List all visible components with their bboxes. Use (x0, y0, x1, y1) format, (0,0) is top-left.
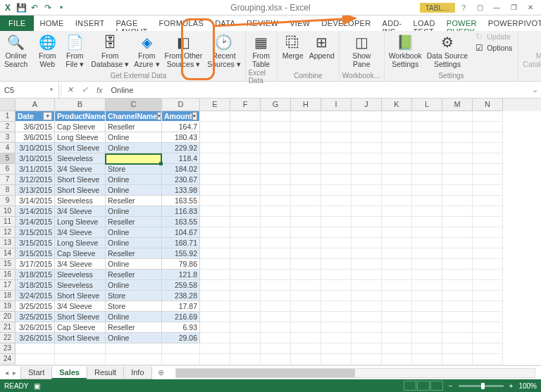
cell[interactable]: 229.92 (162, 143, 200, 153)
cell[interactable] (261, 270, 291, 280)
cell[interactable] (291, 143, 321, 153)
row-header[interactable]: 6 (0, 164, 15, 175)
cell[interactable] (412, 301, 442, 312)
cell[interactable] (261, 291, 291, 301)
table-header-cell[interactable]: Date▾ (15, 111, 55, 122)
minimize-button[interactable]: — (489, 3, 504, 13)
cell[interactable]: 3/10/2015 (15, 143, 55, 153)
cell[interactable] (382, 280, 412, 291)
cell[interactable] (442, 312, 473, 322)
cell[interactable] (230, 175, 261, 185)
ribbon-options-icon[interactable]: ▢ (472, 3, 487, 13)
cell[interactable] (230, 153, 261, 164)
cell[interactable]: 3/24/2015 (15, 291, 55, 301)
cell[interactable] (230, 217, 261, 227)
cell[interactable] (291, 291, 321, 301)
row-header[interactable]: 23 (0, 343, 15, 354)
cell[interactable] (230, 343, 261, 354)
cell[interactable] (442, 238, 473, 248)
cell[interactable] (442, 206, 473, 217)
cell[interactable]: Sleeveless (55, 270, 106, 280)
cell[interactable] (230, 248, 261, 259)
row-header[interactable]: 19 (0, 301, 15, 312)
cell[interactable] (352, 333, 382, 343)
cell[interactable] (412, 132, 442, 143)
cell[interactable]: Long Sleeve (55, 217, 106, 227)
workbook-settings-button[interactable]: 📗Workbook Settings (387, 32, 423, 69)
cell[interactable] (352, 238, 382, 248)
ribbon-tab-view[interactable]: VIEW (284, 15, 316, 31)
cell[interactable] (473, 153, 503, 164)
cell[interactable] (352, 322, 382, 333)
row-header[interactable]: 1 (0, 111, 15, 122)
cell[interactable] (230, 185, 261, 196)
sheet-nav-prev-icon[interactable]: ▸ (11, 369, 18, 377)
cell[interactable] (261, 153, 291, 164)
cell[interactable]: 133.98 (162, 185, 200, 196)
cell[interactable] (412, 175, 442, 185)
cell[interactable] (412, 227, 442, 238)
cell[interactable]: Online (106, 227, 162, 238)
cell[interactable] (321, 259, 352, 270)
cell[interactable] (200, 206, 230, 217)
cell[interactable] (200, 354, 230, 365)
sheet-tab[interactable]: Start (20, 367, 52, 379)
cell[interactable]: 3/18/2015 (15, 270, 55, 280)
cell[interactable] (382, 143, 412, 153)
cell[interactable] (230, 280, 261, 291)
cell[interactable] (412, 270, 442, 280)
cell[interactable] (473, 132, 503, 143)
cell[interactable] (200, 322, 230, 333)
cell[interactable] (291, 196, 321, 206)
cell[interactable] (412, 164, 442, 175)
sheet-tab[interactable]: Info (123, 367, 151, 379)
cell[interactable]: 3/14/2015 (15, 217, 55, 227)
cell[interactable] (291, 248, 321, 259)
cell[interactable] (442, 175, 473, 185)
cell[interactable] (321, 196, 352, 206)
cell[interactable] (412, 111, 442, 122)
cell[interactable] (382, 354, 412, 365)
cell[interactable] (106, 354, 162, 365)
cell[interactable] (352, 291, 382, 301)
row-header[interactable]: 18 (0, 291, 15, 301)
cell[interactable] (473, 301, 503, 312)
cell[interactable] (352, 122, 382, 132)
cell[interactable]: 116.83 (162, 206, 200, 217)
cell[interactable] (261, 143, 291, 153)
cell[interactable] (291, 206, 321, 217)
cell[interactable] (200, 248, 230, 259)
cell[interactable] (352, 354, 382, 365)
row-header[interactable]: 2 (0, 122, 15, 132)
cell[interactable]: 3/13/2015 (15, 185, 55, 196)
cell[interactable] (200, 175, 230, 185)
cell[interactable]: Online (106, 185, 162, 196)
cell[interactable] (473, 259, 503, 270)
cell[interactable] (200, 333, 230, 343)
row-header[interactable]: 14 (0, 248, 15, 259)
online-search-button[interactable]: 🔍Online Search (3, 32, 29, 69)
cell[interactable] (412, 333, 442, 343)
cell[interactable] (442, 248, 473, 259)
cell[interactable] (200, 238, 230, 248)
cell[interactable]: 3/15/2015 (15, 238, 55, 248)
horizontal-scrollbar[interactable] (175, 368, 535, 378)
ribbon-tab-data[interactable]: DATA (209, 15, 241, 31)
cell[interactable] (473, 333, 503, 343)
cell[interactable] (230, 312, 261, 322)
cell[interactable] (321, 343, 352, 354)
zoom-out-button[interactable]: − (449, 382, 453, 390)
cell[interactable]: 163.55 (162, 217, 200, 227)
cell[interactable] (261, 312, 291, 322)
cell[interactable]: 3/26/2015 (15, 322, 55, 333)
ribbon-tab-review[interactable]: REVIEW (241, 15, 284, 31)
ribbon-tab-power-query[interactable]: POWER QUERY (441, 15, 483, 31)
cell[interactable] (321, 132, 352, 143)
cell[interactable] (321, 164, 352, 175)
cell[interactable]: Short Sleeve (55, 291, 106, 301)
qat-redo-icon[interactable]: ↷ (43, 3, 53, 13)
cell[interactable] (321, 333, 352, 343)
cell[interactable]: Store (106, 301, 162, 312)
cell[interactable] (321, 122, 352, 132)
row-header[interactable]: 11 (0, 217, 15, 227)
